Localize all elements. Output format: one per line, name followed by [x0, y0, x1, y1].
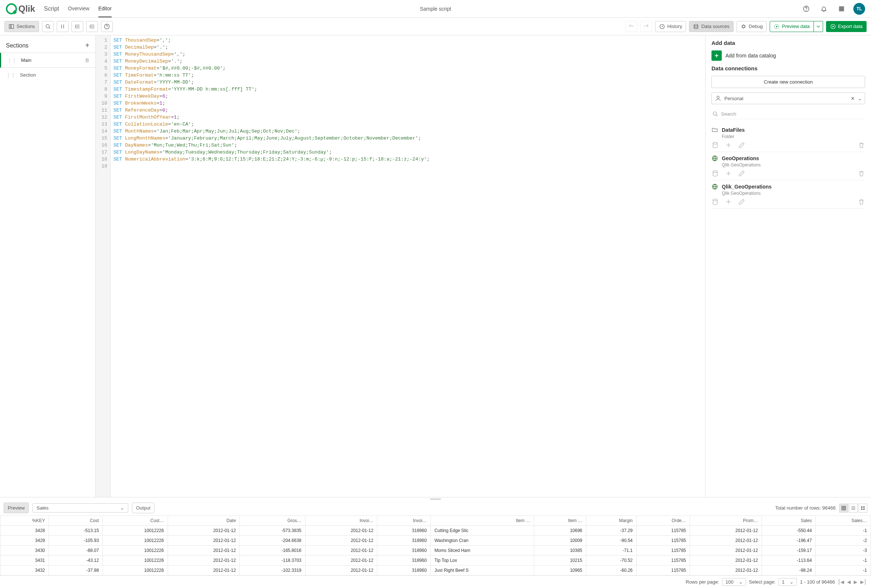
- svg-rect-31: [863, 509, 865, 510]
- table-row[interactable]: 3432-37.98100122262012-01-12-102.3319201…: [0, 566, 871, 576]
- space-selector[interactable]: Personal ✕ ⌄: [711, 93, 865, 104]
- select-data-icon[interactable]: [711, 198, 719, 206]
- delete-connection-icon[interactable]: [858, 198, 865, 206]
- page-selector[interactable]: 1⌄: [778, 578, 797, 586]
- table-cell: -88.07: [49, 546, 103, 555]
- connection-item[interactable]: GeoOperations Qlik GeoOperations: [711, 152, 865, 181]
- search-button[interactable]: [42, 21, 54, 32]
- view-table-icon[interactable]: [839, 504, 848, 512]
- column-header[interactable]: %KEY: [0, 516, 49, 526]
- comment-toggle-button[interactable]: [57, 21, 69, 32]
- help-icon[interactable]: [800, 3, 812, 15]
- table-cell: -573.3835: [240, 526, 305, 536]
- chevron-down-icon[interactable]: ⌄: [858, 96, 862, 101]
- column-header[interactable]: Item …: [431, 516, 534, 526]
- outdent-button[interactable]: [86, 21, 98, 32]
- table-cell: -3: [816, 546, 871, 555]
- column-header[interactable]: Invoi…: [305, 516, 377, 526]
- table-row[interactable]: 3429-105.93100122262012-01-12-204.663820…: [0, 536, 871, 546]
- delete-connection-icon[interactable]: [858, 142, 865, 149]
- table-row[interactable]: 3428-513.15100122262012-01-12-573.383520…: [0, 526, 871, 536]
- create-connection-button[interactable]: Create new connection: [711, 76, 865, 88]
- drag-handle-icon[interactable]: ⋮⋮: [7, 57, 16, 63]
- delete-section-icon[interactable]: 🗑: [85, 57, 90, 63]
- column-header[interactable]: Date: [168, 516, 239, 526]
- column-header[interactable]: Orde…: [637, 516, 690, 526]
- connection-item[interactable]: Qlik_GeoOperations Qlik GeoOperations: [711, 181, 865, 209]
- tab-overview[interactable]: Overview: [68, 0, 89, 17]
- edit-connection-icon[interactable]: [738, 142, 745, 149]
- preview-data-button[interactable]: Preview data: [770, 21, 814, 32]
- column-header[interactable]: Prom…: [690, 516, 762, 526]
- table-cell: 318960: [377, 536, 431, 546]
- redo-button[interactable]: [641, 21, 652, 32]
- insert-script-icon[interactable]: [725, 170, 732, 177]
- next-page-icon[interactable]: ▶: [854, 579, 858, 585]
- edit-connection-icon[interactable]: [738, 170, 745, 177]
- indent-button[interactable]: [72, 21, 83, 32]
- avatar[interactable]: TL: [853, 3, 865, 15]
- debug-button[interactable]: Debug: [736, 21, 767, 32]
- preview-data-dropdown[interactable]: [814, 21, 823, 32]
- column-header[interactable]: Cost: [49, 516, 103, 526]
- select-data-icon[interactable]: [711, 142, 719, 149]
- output-tab-button[interactable]: Output: [132, 503, 154, 513]
- clear-space-icon[interactable]: ✕: [851, 96, 855, 101]
- connection-item[interactable]: DataFiles Folder: [711, 124, 865, 152]
- table-cell: 3428: [0, 526, 49, 536]
- view-list-icon[interactable]: [849, 504, 858, 512]
- rows-per-page-selector[interactable]: 100⌄: [722, 578, 746, 586]
- bell-icon[interactable]: [818, 3, 830, 15]
- select-data-icon[interactable]: [711, 170, 719, 177]
- insert-script-icon[interactable]: [725, 142, 732, 149]
- apps-icon[interactable]: [836, 3, 847, 15]
- table-cell: 10012226: [103, 536, 168, 546]
- sections-toggle-button[interactable]: Sections: [4, 21, 39, 32]
- drag-handle-icon[interactable]: ⋮⋮: [6, 72, 15, 78]
- svg-rect-30: [861, 509, 862, 510]
- first-page-icon[interactable]: ⎮◀: [838, 579, 844, 585]
- column-header[interactable]: Sales: [762, 516, 816, 526]
- code-editor[interactable]: 12345678910111213141516171819 SET Thousa…: [96, 35, 705, 497]
- data-sources-button[interactable]: Data sources: [689, 21, 733, 32]
- table-row[interactable]: 3431-43.12100122262012-01-12-118.3703201…: [0, 555, 871, 566]
- section-item[interactable]: ⋮⋮Main🗑: [0, 53, 96, 68]
- table-cell: Just Right Beef S: [431, 566, 534, 576]
- export-data-button[interactable]: Export data: [826, 21, 867, 32]
- table-cell: -165.8016: [240, 546, 305, 555]
- prev-page-icon[interactable]: ◀: [847, 579, 851, 585]
- help-toolbar-button[interactable]: [101, 21, 113, 32]
- table-cell: -513.15: [49, 526, 103, 536]
- delete-connection-icon[interactable]: [858, 170, 865, 177]
- table-row[interactable]: 3430-88.07100122262012-01-12-165.8016201…: [0, 546, 871, 555]
- column-header[interactable]: Item …: [534, 516, 586, 526]
- resize-handle[interactable]: [0, 497, 871, 500]
- history-label: History: [667, 24, 682, 29]
- tab-editor[interactable]: Editor: [98, 0, 112, 17]
- table-cell: -71.1: [586, 546, 637, 555]
- view-grid-icon[interactable]: [859, 504, 867, 512]
- connection-name: Qlik_GeoOperations: [722, 184, 772, 190]
- preview-panel: Preview Sales ⌄ Output Total number of r…: [0, 497, 871, 588]
- last-page-icon[interactable]: ▶⎮: [860, 579, 867, 585]
- history-button[interactable]: History: [655, 21, 686, 32]
- column-header[interactable]: Invoi…: [377, 516, 431, 526]
- add-section-button[interactable]: +: [85, 41, 90, 50]
- connection-search[interactable]: Search: [711, 109, 865, 119]
- undo-button[interactable]: [626, 21, 638, 32]
- svg-rect-6: [841, 8, 842, 9]
- section-item[interactable]: ⋮⋮Section: [0, 68, 96, 82]
- connection-type: Qlik GeoOperations: [722, 191, 865, 196]
- column-header[interactable]: Cust…: [103, 516, 168, 526]
- add-from-catalog-button[interactable]: + Add from data catalog: [711, 51, 865, 61]
- column-header[interactable]: Sales…: [816, 516, 871, 526]
- edit-connection-icon[interactable]: [738, 198, 745, 206]
- table-selector[interactable]: Sales ⌄: [33, 503, 128, 512]
- column-header[interactable]: Gros…: [240, 516, 305, 526]
- insert-script-icon[interactable]: [725, 198, 732, 206]
- table-cell: -550.44: [762, 526, 816, 536]
- section-name: Section: [20, 72, 36, 78]
- preview-tab-button[interactable]: Preview: [4, 503, 29, 513]
- column-header[interactable]: Margin: [586, 516, 637, 526]
- svg-point-1: [806, 10, 807, 10]
